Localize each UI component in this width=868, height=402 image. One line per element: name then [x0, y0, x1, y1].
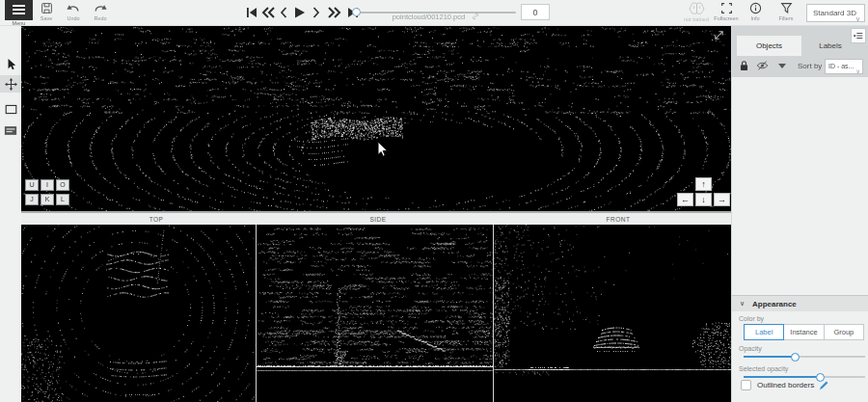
color-by-group-option[interactable]: Group [825, 324, 864, 340]
tab-objects[interactable]: Objects [737, 36, 801, 56]
image-panel-icon [4, 125, 17, 136]
save-button[interactable]: Save [34, 2, 59, 21]
previous-frame-button[interactable] [280, 5, 287, 16]
fast-backward-button[interactable] [260, 5, 276, 16]
filters-label: Filters [773, 15, 799, 21]
fullscreen-icon [720, 2, 733, 14]
key-hint-u[interactable]: U [25, 179, 39, 191]
filters-button[interactable]: Filters [773, 2, 799, 21]
chevron-down-icon: ∨ [855, 11, 860, 27]
view-mode-dropdown[interactable]: Standard 3D ∨ [806, 4, 865, 22]
eye-off-icon[interactable] [756, 60, 769, 71]
info-icon [749, 2, 762, 14]
tab-labels[interactable]: Labels [805, 36, 855, 56]
top-view-canvas[interactable] [21, 225, 256, 402]
attachment-link-icon[interactable] [472, 13, 479, 20]
outlined-borders-checkbox[interactable] [741, 380, 751, 390]
top-toolbar: Menu Save Undo Redo pointcloud/001210.pc… [0, 0, 868, 26]
ortho-views [21, 225, 731, 402]
menu-label: Menu [5, 20, 33, 26]
appearance-title: Appearance [752, 300, 797, 308]
floppy-disk-icon [41, 2, 53, 14]
opacity-label: Opacity [739, 345, 762, 352]
filter-funnel-icon [780, 2, 793, 14]
side-view-label: SIDE [349, 216, 407, 223]
sort-by-label: Sort by [798, 62, 822, 70]
info-button[interactable]: Info [743, 2, 768, 21]
pan-up-button[interactable]: ↑ [695, 177, 712, 191]
selected-opacity-label: Selected opacity [739, 365, 788, 372]
key-hint-l[interactable]: L [56, 194, 69, 205]
fullscreen-button[interactable]: Fullscreen [712, 2, 741, 21]
edit-pencil-icon[interactable] [819, 380, 829, 390]
brain-icon [689, 2, 705, 15]
redo-button[interactable]: Redo [88, 2, 113, 21]
rectangle-icon [5, 104, 17, 115]
key-hint-o[interactable]: O [56, 179, 69, 191]
undo-label: Undo [61, 15, 86, 21]
color-by-label-option[interactable]: Label [744, 324, 784, 340]
skip-start-button[interactable] [246, 5, 258, 16]
color-by-label: Color by [739, 315, 764, 322]
front-view-canvas[interactable] [494, 225, 731, 402]
save-label: Save [34, 15, 59, 21]
right-panel: Objects Labels Sort by ID - as... ∨ ∨ Ap… [731, 26, 868, 402]
chevron-down-icon: ∨ [856, 65, 860, 74]
pan-right-button[interactable]: → [714, 193, 730, 206]
color-by-instance-option[interactable]: Instance [784, 324, 824, 340]
select-tool[interactable] [0, 54, 21, 73]
frame-number-input[interactable] [521, 4, 550, 20]
outlined-borders-row: Outlined borders [741, 380, 829, 390]
next-frame-button[interactable] [312, 5, 320, 16]
play-button[interactable] [294, 5, 306, 16]
top-view-label: TOP [127, 216, 185, 223]
pointer-icon [6, 58, 16, 70]
view-mode-value: Standard 3D [813, 9, 856, 17]
key-hint-j[interactable]: J [25, 194, 39, 205]
main-3d-viewport[interactable]: U I O J K L ↑ ← ↓ → [21, 26, 731, 211]
key-hint-k[interactable]: K [41, 194, 54, 205]
redo-icon [94, 2, 107, 14]
redo-label: Redo [88, 15, 113, 21]
menu-button[interactable] [5, 0, 33, 20]
ortho-label-strip: TOP SIDE FRONT [21, 211, 731, 225]
ml-model-label: not trained [680, 16, 713, 22]
undo-icon [67, 2, 80, 14]
ml-model-button[interactable]: not trained [680, 2, 713, 22]
left-tool-rail [0, 26, 21, 402]
pan-move-tool[interactable] [0, 75, 21, 93]
fullscreen-label: Fullscreen [712, 15, 741, 21]
collapse-chevron-icon: ∨ [740, 300, 745, 308]
sort-value: ID - as... [828, 63, 854, 69]
side-view-canvas[interactable] [257, 225, 493, 402]
pan-down-button[interactable]: ↓ [695, 193, 712, 206]
expand-view-icon[interactable] [713, 29, 725, 41]
image-panel-tool[interactable] [0, 121, 21, 140]
opacity-slider[interactable] [744, 352, 865, 362]
box-draw-tool[interactable] [0, 99, 21, 119]
undo-button[interactable]: Undo [61, 2, 86, 21]
chevron-down-icon[interactable] [778, 64, 786, 68]
key-hint-i[interactable]: I [41, 179, 54, 191]
fast-forward-button[interactable] [327, 5, 342, 16]
move-arrows-icon [5, 78, 17, 91]
info-label: Info [743, 15, 768, 21]
outlined-borders-label: Outlined borders [757, 381, 814, 389]
front-view-label: FRONT [589, 216, 647, 223]
main-3d-canvas[interactable] [21, 26, 731, 211]
frame-filename: pointcloud/001210.pcd [359, 13, 513, 21]
lock-icon[interactable] [739, 60, 749, 71]
opacity-slider-handle[interactable] [791, 353, 800, 362]
color-by-segmented: Label Instance Group [744, 324, 864, 340]
pan-left-button[interactable]: ← [677, 193, 693, 206]
sort-dropdown[interactable]: ID - as... ∨ [825, 59, 863, 74]
appearance-header[interactable]: ∨ Appearance [732, 295, 868, 311]
